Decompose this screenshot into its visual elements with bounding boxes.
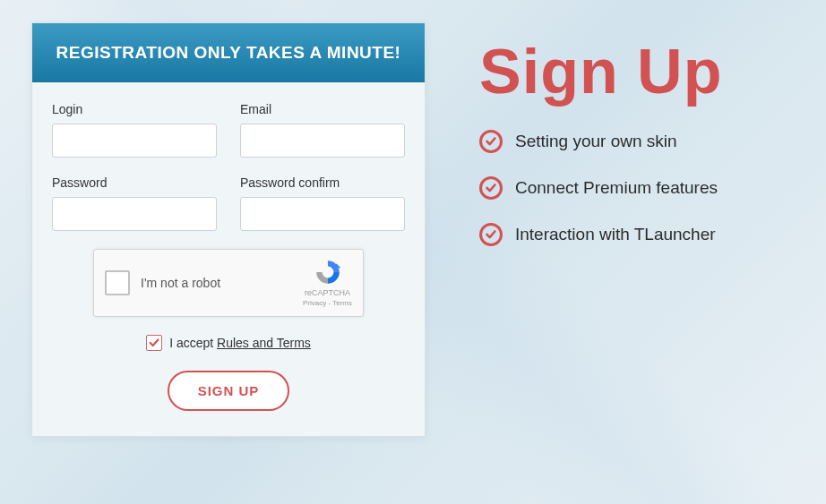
- terms-checkbox[interactable]: [146, 335, 162, 351]
- form-header: REGISTRATION ONLY TAKES A MINUTE!: [32, 23, 425, 82]
- password-input[interactable]: [52, 197, 217, 231]
- benefit-item: Setting your own skin: [479, 130, 795, 153]
- terms-link[interactable]: Rules and Terms: [217, 336, 311, 350]
- login-label: Login: [52, 102, 217, 116]
- terms-prefix: I accept: [169, 336, 217, 350]
- benefit-text: Connect Premium features: [515, 178, 718, 198]
- registration-form-panel: REGISTRATION ONLY TAKES A MINUTE! Login …: [31, 22, 426, 437]
- recaptcha-brand: reCAPTCHA: [305, 288, 350, 299]
- password-confirm-input[interactable]: [240, 197, 405, 231]
- check-circle-icon: [479, 130, 503, 153]
- recaptcha-widget[interactable]: I'm not a robot reCAPTCHA Privacy - Term…: [93, 249, 364, 317]
- recaptcha-label: I'm not a robot: [141, 276, 303, 290]
- side-panel: Sign Up Setting your own skin Connect Pr…: [479, 22, 795, 437]
- recaptcha-logo-icon: [314, 258, 342, 286]
- benefit-item: Interaction with TLauncher: [479, 223, 795, 246]
- terms-row: I accept Rules and Terms: [52, 335, 405, 351]
- page-title: Sign Up: [479, 40, 795, 103]
- check-icon: [148, 337, 160, 349]
- recaptcha-checkbox[interactable]: [105, 270, 130, 295]
- check-circle-icon: [479, 223, 503, 246]
- signup-button[interactable]: SIGN UP: [168, 371, 290, 411]
- recaptcha-badge: reCAPTCHA Privacy - Terms: [303, 258, 352, 308]
- benefit-item: Connect Premium features: [479, 176, 795, 200]
- recaptcha-links[interactable]: Privacy - Terms: [303, 299, 352, 308]
- form-body: Login Email Password Password confirm: [32, 82, 425, 436]
- login-input[interactable]: [52, 124, 217, 158]
- benefits-list: Setting your own skin Connect Premium fe…: [479, 130, 795, 246]
- password-label: Password: [52, 175, 217, 190]
- email-label: Email: [240, 102, 405, 116]
- check-circle-icon: [479, 176, 503, 200]
- password-confirm-label: Password confirm: [240, 175, 405, 190]
- benefit-text: Setting your own skin: [515, 132, 677, 151]
- email-input[interactable]: [240, 124, 405, 158]
- benefit-text: Interaction with TLauncher: [515, 225, 716, 244]
